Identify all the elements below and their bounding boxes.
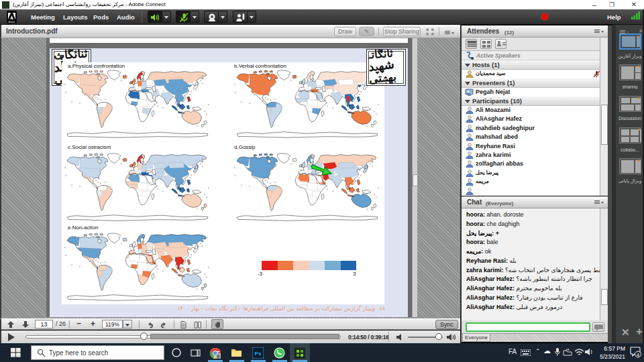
svg-text:Ps: Ps (255, 351, 262, 357)
svg-text:4: 4 (637, 352, 640, 358)
svg-text:Adobe: Adobe (8, 21, 15, 23)
